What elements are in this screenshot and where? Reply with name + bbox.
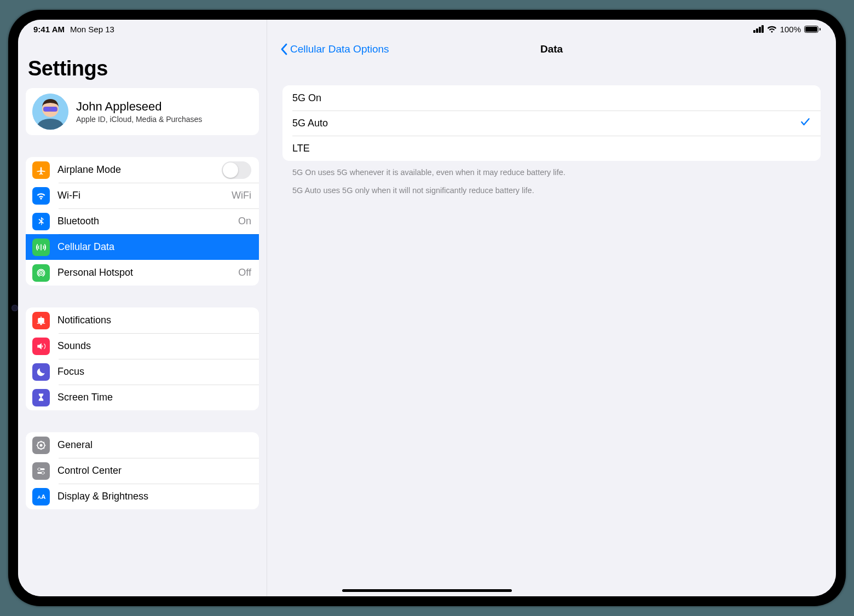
sidebar-group-notifications: NotificationsSoundsFocusScreen Time [26,307,259,410]
option-5g-auto[interactable]: 5G Auto [282,111,821,136]
apple-id-card[interactable]: John Appleseed Apple ID, iCloud, Media &… [26,88,259,135]
option-label: 5G Auto [292,118,800,129]
cellular-icon [32,239,50,256]
status-time: 9:41 AM [33,25,65,34]
svg-point-11 [40,323,42,325]
ipad-frame: 9:41 AM Mon Sep 13 100% Settings [8,10,846,606]
svg-point-25 [42,471,44,474]
sidebar-item-wifi[interactable]: Wi-FiWiFi [26,183,259,208]
sidebar-item-label: Display & Brightness [57,491,251,502]
sidebar-item-notifications[interactable]: Notifications [26,307,259,333]
option-lte[interactable]: LTE [282,136,821,161]
back-label: Cellular Data Options [290,43,389,55]
svg-point-6 [40,272,42,274]
sidebar-item-bluetooth[interactable]: BluetoothOn [26,208,259,234]
hotspot-icon [32,264,50,282]
svg-line-19 [43,448,44,449]
svg-line-20 [38,448,39,449]
status-bar: 9:41 AM Mon Sep 13 100% [18,20,836,36]
settings-sidebar: Settings John [18,20,267,596]
sidebar-item-label: Personal Hotspot [57,267,230,278]
cellular-signal-icon [753,25,764,33]
svg-point-23 [38,468,41,470]
svg-point-13 [40,444,43,446]
svg-rect-9 [41,316,42,318]
switches-icon [32,462,50,480]
moon-icon [32,363,50,381]
sidebar-item-value: On [238,216,251,227]
avatar [32,94,68,130]
sidebar-item-label: Airplane Mode [57,164,214,176]
sidebar-item-label: General [57,439,251,451]
sidebar-item-value: Off [238,267,251,278]
gear-icon [32,437,50,454]
bell-icon [32,312,50,329]
chevron-left-icon [280,43,288,55]
detail-pane: Cellular Data Options Data 5G On5G AutoL… [267,20,836,596]
hourglass-icon [32,389,50,406]
detail-title: Data [540,43,563,55]
svg-text:A: A [41,493,46,500]
svg-rect-8 [38,318,44,323]
sidebar-item-label: Sounds [57,340,251,352]
footer-text: 5G On uses 5G whenever it is available, … [282,161,821,197]
screen: 9:41 AM Mon Sep 13 100% Settings [18,20,836,596]
footer-line: 5G Auto uses 5G only when it will not si… [292,184,811,197]
aa-icon: AA [32,488,50,505]
sidebar-item-label: Control Center [57,465,251,476]
sidebar-item-label: Focus [57,366,251,377]
sidebar-item-airplane[interactable]: Airplane Mode [26,157,259,183]
wifi-icon [767,25,777,33]
status-date: Mon Sep 13 [70,25,114,34]
sidebar-item-focus[interactable]: Focus [26,359,259,385]
sidebar-item-label: Cellular Data [57,241,251,253]
airplane-toggle[interactable] [222,161,251,179]
profile-subtitle: Apple ID, iCloud, Media & Purchases [76,115,202,124]
sidebar-item-label: Screen Time [57,392,251,403]
sidebar-item-controlcenter[interactable]: Control Center [26,458,259,484]
svg-line-21 [43,442,44,443]
sidebar-item-value: WiFi [232,190,251,201]
sidebar-item-label: Notifications [57,315,251,326]
svg-line-18 [38,442,39,443]
sidebar-group-general: GeneralControl CenterAADisplay & Brightn… [26,432,259,509]
sidebar-item-label: Wi-Fi [57,190,224,201]
sidebar-item-display[interactable]: AADisplay & Brightness [26,484,259,509]
airplane-icon [32,161,50,179]
profile-name: John Appleseed [76,100,202,114]
detail-header: Cellular Data Options Data [267,37,836,61]
sidebar-item-screentime[interactable]: Screen Time [26,385,259,410]
wifi-icon [32,187,50,205]
page-title: Settings [26,46,259,88]
sidebar-item-hotspot[interactable]: Personal HotspotOff [26,260,259,286]
checkmark-icon [800,117,811,130]
front-camera [11,305,18,311]
option-5g-on[interactable]: 5G On [282,85,821,111]
sidebar-item-cellular[interactable]: Cellular Data [26,234,259,260]
back-button[interactable]: Cellular Data Options [280,43,389,55]
sidebar-item-label: Bluetooth [57,216,230,227]
sidebar-item-general[interactable]: General [26,432,259,458]
sidebar-group-connectivity: Airplane ModeWi-FiWiFiBluetoothOnCellula… [26,157,259,286]
data-options-group: 5G On5G AutoLTE [282,85,821,161]
option-label: 5G On [292,92,811,104]
option-label: LTE [292,143,811,154]
sidebar-item-sounds[interactable]: Sounds [26,333,259,359]
svg-point-4 [45,107,50,112]
speaker-icon [32,338,50,355]
home-indicator[interactable] [342,589,512,592]
bluetooth-icon [32,213,50,230]
battery-icon [804,26,821,33]
svg-point-5 [51,107,56,112]
footer-line: 5G On uses 5G whenever it is available, … [292,166,811,179]
battery-percentage: 100% [780,25,801,34]
